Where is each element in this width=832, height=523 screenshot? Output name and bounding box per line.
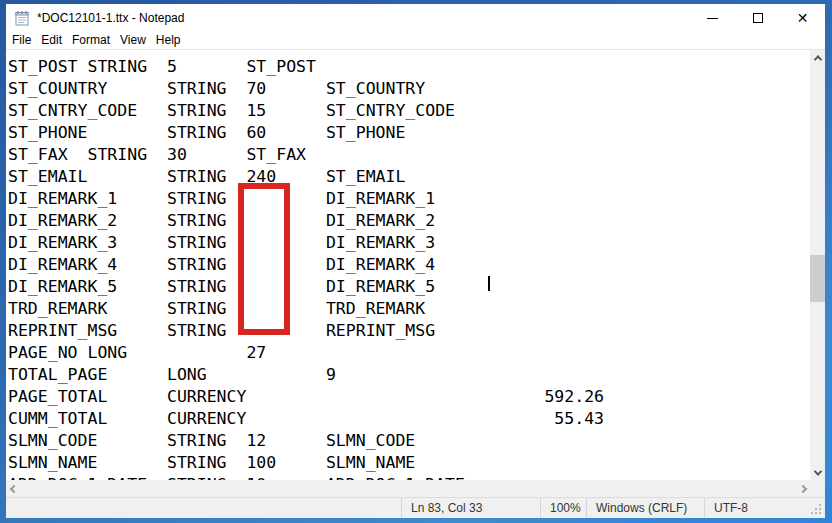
scroll-left-button[interactable]: [6, 480, 21, 497]
status-zoom-level: 100%: [540, 498, 586, 518]
status-encoding: UTF-8: [704, 498, 825, 518]
menu-help[interactable]: Help: [151, 32, 186, 49]
status-bar: Ln 83, Col 33 100% Windows (CRLF) UTF-8: [6, 497, 825, 518]
status-cursor-position: Ln 83, Col 33: [401, 498, 540, 518]
status-line-ending: Windows (CRLF): [586, 498, 704, 518]
menu-bar: File Edit Format View Help: [6, 32, 825, 50]
minimize-button[interactable]: [690, 4, 735, 32]
vertical-scrollbar[interactable]: [810, 50, 825, 480]
vertical-scrollbar-thumb[interactable]: [810, 255, 825, 302]
chevron-down-icon: [813, 467, 821, 475]
status-empty-cell: [6, 498, 401, 518]
close-button[interactable]: ✕: [780, 4, 825, 32]
chevron-up-icon: [813, 55, 821, 63]
close-icon: ✕: [797, 11, 809, 25]
title-bar[interactable]: *DOC12101-1.ttx - Notepad ✕: [6, 4, 825, 32]
scroll-down-button[interactable]: [810, 465, 825, 480]
chevron-right-icon: [798, 484, 806, 492]
maximize-icon: [753, 13, 763, 23]
chevron-left-icon: [9, 484, 17, 492]
scroll-up-button[interactable]: [810, 50, 825, 65]
status-encoding-label: UTF-8: [714, 501, 748, 515]
notepad-icon: [14, 10, 30, 26]
window-title: *DOC12101-1.ttx - Notepad: [37, 11, 184, 25]
editor-text: ST_POST STRING 5 ST_POST ST_COUNTRY STRI…: [6, 50, 810, 480]
text-editor-area[interactable]: ST_POST STRING 5 ST_POST ST_COUNTRY STRI…: [6, 50, 810, 480]
scroll-right-button[interactable]: [795, 480, 810, 497]
horizontal-scrollbar[interactable]: [6, 480, 810, 497]
notepad-window: *DOC12101-1.ttx - Notepad ✕ File Edit Fo…: [6, 4, 825, 518]
menu-edit[interactable]: Edit: [36, 32, 67, 49]
menu-view[interactable]: View: [115, 32, 151, 49]
maximize-button[interactable]: [735, 4, 780, 32]
menu-format[interactable]: Format: [67, 32, 115, 49]
menu-file[interactable]: File: [7, 32, 36, 49]
resize-grip-icon[interactable]: [809, 502, 822, 515]
scrollbar-corner: [810, 480, 825, 497]
text-caret: [488, 276, 490, 291]
minimize-icon: [707, 18, 718, 19]
